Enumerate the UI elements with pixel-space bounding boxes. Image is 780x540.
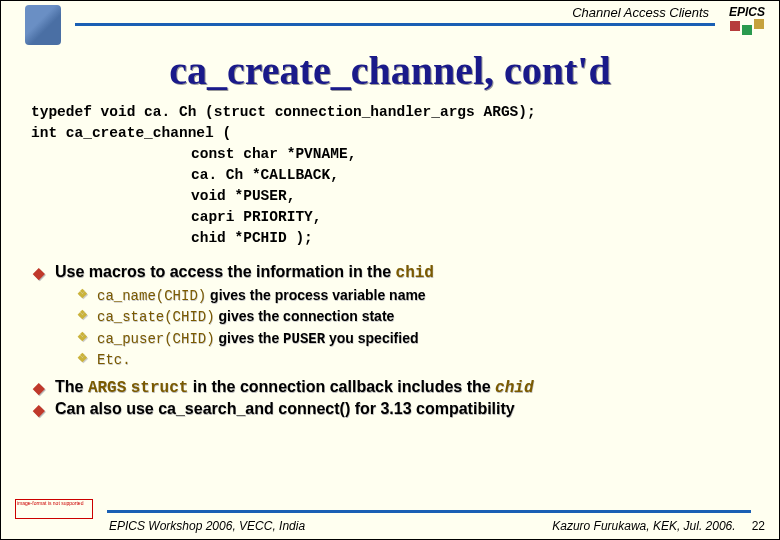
inline-code: ca_name(CHID)	[97, 288, 206, 304]
inline-code: ca_state(CHID)	[97, 309, 215, 325]
sub-text: gives the connection state	[215, 308, 395, 324]
bullet-item: Use macros to access the information in …	[33, 263, 749, 370]
footer-row: EPICS Workshop 2006, VECC, India Kazuro …	[15, 519, 765, 533]
sub-bullet-list: ca_name(CHID) gives the process variable…	[77, 285, 749, 370]
inline-code: ca_puser(CHID)	[97, 331, 215, 347]
bullet-item: Can also use ca_search_and connect() for…	[33, 400, 749, 418]
bullet-list: Use macros to access the information in …	[33, 263, 749, 418]
header-subject: Channel Access Clients	[572, 5, 709, 20]
sub-bullet-item: ca_name(CHID) gives the process variable…	[77, 285, 749, 306]
sub-bullet-item: ca_state(CHID) gives the connection stat…	[77, 306, 749, 327]
code-line: capri PRIORITY,	[31, 207, 749, 228]
sub-text: gives the	[215, 330, 283, 346]
sub-bullet-item: Etc.	[77, 349, 749, 370]
inline-code: struct	[131, 379, 189, 397]
code-line: typedef void ca. Ch (struct connection_h…	[31, 102, 749, 123]
sub-text: gives the process variable name	[206, 287, 425, 303]
inline-code: ARGS	[88, 379, 126, 397]
slide-header: Channel Access Clients EPICS	[1, 1, 779, 33]
slide-title: ca_create_channel, cont'd	[1, 47, 779, 94]
header-rule	[75, 23, 715, 26]
inline-code: chid	[396, 264, 434, 282]
code-signature: typedef void ca. Ch (struct connection_h…	[31, 102, 749, 249]
bullet-text: Use macros to access the information in …	[55, 263, 396, 280]
bullet-text: The	[55, 378, 88, 395]
code-line: const char *PVNAME,	[31, 144, 749, 165]
emblem-image	[25, 5, 61, 45]
epics-logo-text: EPICS	[723, 5, 771, 19]
inline-code: chid	[495, 379, 533, 397]
inline-code: Etc.	[97, 352, 131, 368]
epics-logo-blocks	[723, 21, 771, 35]
epics-logo: EPICS	[723, 5, 771, 35]
inline-code: PUSER	[283, 331, 325, 347]
code-line: void *PUSER,	[31, 186, 749, 207]
bullet-text: Can also use ca_search_and connect() for…	[55, 400, 515, 417]
sub-bullet-item: ca_puser(CHID) gives the PUSER you speci…	[77, 328, 749, 349]
code-line: int ca_create_channel (	[31, 123, 749, 144]
footer-rule	[107, 510, 751, 513]
slide-content: typedef void ca. Ch (struct connection_h…	[1, 94, 779, 418]
footer-author: Kazuro Furukawa, KEK, Jul. 2006.	[552, 519, 735, 533]
sub-text: you specified	[325, 330, 418, 346]
slide-number: 22	[752, 519, 765, 533]
code-line: ca. Ch *CALLBACK,	[31, 165, 749, 186]
slide-footer: EPICS Workshop 2006, VECC, India Kazuro …	[1, 510, 779, 533]
footer-event: EPICS Workshop 2006, VECC, India	[109, 519, 305, 533]
code-line: chid *PCHID );	[31, 228, 749, 249]
bullet-item: The ARGS struct in the connection callba…	[33, 378, 749, 397]
bullet-text: in the connection callback includes the	[188, 378, 495, 395]
